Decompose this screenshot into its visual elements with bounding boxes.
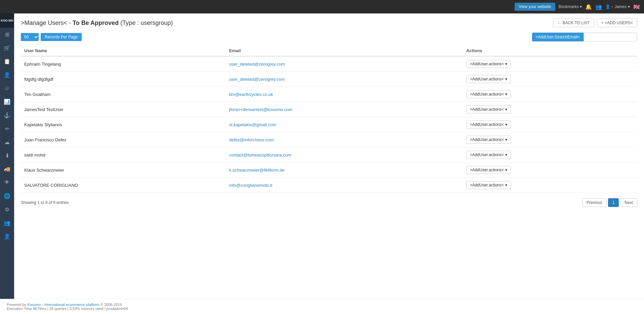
top-nav: View your website Bookmarks ▾ 🔔 👥 👤 ● Ja… — [0, 0, 644, 13]
sidebar-item-delivery[interactable]: 🚚 — [0, 162, 14, 176]
email-link[interactable]: user_deleted@zerogrey.com — [229, 77, 285, 82]
cell-actions: >AddUser.actions< ▾ — [463, 178, 637, 193]
table-row: JamesTest TestUserjforan+denvertest@kooo… — [21, 102, 637, 117]
sidebar-item-emoji[interactable]: ☺ — [0, 81, 14, 95]
cell-username: Juan Francisco Defez — [21, 132, 226, 147]
view-website-button[interactable]: View your website — [515, 3, 555, 11]
sidebar-item-person[interactable]: 👤 — [0, 230, 14, 243]
table-row: fdgdfg dfgdfgdfuser_deleted@zerogrey.com… — [21, 72, 637, 87]
emoji-icon: ☺ — [4, 85, 10, 91]
records-per-page-control: 50 25 100 Records Per Page — [21, 33, 82, 41]
sidebar-item-home[interactable]: ⊞ — [0, 28, 14, 41]
sidebar-item-users[interactable]: 👤 — [0, 68, 14, 81]
sidebar-item-download[interactable]: ⬇ — [0, 149, 14, 162]
email-link[interactable]: k.schwarzmeier@fit4form.de — [229, 168, 285, 173]
table-row: Kapelakis Stylianosst.kapelakis@gmail.co… — [21, 117, 637, 132]
sidebar-item-anchor[interactable]: ⚓ — [0, 108, 14, 122]
language-flag[interactable]: 🇬🇧 — [633, 4, 640, 10]
next-page-button[interactable]: Next — [620, 198, 637, 207]
user-profile-button[interactable]: 👤 ● James ▾ — [605, 4, 630, 9]
previous-page-button[interactable]: Previous — [582, 198, 607, 207]
add-users-button[interactable]: + >ADD USERS< — [597, 19, 637, 27]
page-1-button[interactable]: 1 — [608, 198, 619, 207]
actions-chevron-icon: ▾ — [505, 77, 507, 81]
page-header: >Manage Users< - To Be Approved (Type : … — [21, 19, 637, 27]
person-icon: 👤 — [4, 233, 10, 240]
actions-chevron-icon: ▾ — [505, 122, 507, 127]
actions-chevron-icon: ▾ — [505, 62, 507, 66]
cell-username: Tim Goatham — [21, 87, 226, 102]
sidebar: KOO MO ⊞ 🛒 📋 👤 ☺ 📊 ⚓ ✏ ☁ ⬇ 🚚 👁 🌐 ⚙ 👥 👤 — [0, 13, 14, 299]
sidebar-item-group[interactable]: 👥 — [0, 216, 14, 230]
actions-dropdown-button[interactable]: >AddUser.actions< ▾ — [466, 75, 511, 83]
sidebar-item-eye[interactable]: 👁 — [0, 176, 14, 189]
cell-username: Kapelakis Stylianos — [21, 117, 226, 132]
orders-icon: 📋 — [4, 58, 10, 65]
actions-dropdown-button[interactable]: >AddUser.actions< ▾ — [466, 151, 511, 159]
email-link[interactable]: jforan+denvertest@kooomo.com — [229, 107, 292, 112]
email-link[interactable]: user_deleted@zerogrey.com — [229, 62, 285, 67]
sidebar-item-shop[interactable]: 🛒 — [0, 41, 14, 55]
cell-email: contact@lumeacopillorsara.com — [226, 147, 463, 163]
sidebar-item-settings[interactable]: ⚙ — [0, 203, 14, 216]
anchor-icon: ⚓ — [4, 112, 10, 118]
search-email-input[interactable] — [583, 33, 637, 41]
footer: Powered by Kooomo - International ecomme… — [0, 299, 644, 314]
bookmarks-button[interactable]: Bookmarks ▾ — [559, 4, 582, 9]
email-link[interactable]: info@coriglianomoto.it — [229, 183, 273, 188]
table-row: Juan Francisco Defezdefez@inforchess.com… — [21, 132, 637, 147]
actions-dropdown-button[interactable]: >AddUser.actions< ▾ — [466, 105, 511, 113]
col-actions: Actions — [463, 45, 637, 56]
kooomo-link[interactable]: Kooomo - International ecommerce platfor… — [27, 303, 99, 307]
records-per-page-label: Records Per Page — [41, 33, 82, 41]
table-row: Tim Goathamtim@earthcycles.co.uk>AddUser… — [21, 87, 637, 102]
title-separator: - — [69, 20, 73, 26]
actions-chevron-icon: ▾ — [505, 168, 507, 172]
user-red-dot: ● — [612, 5, 613, 8]
email-link[interactable]: contact@lumeacopillorsara.com — [229, 152, 291, 158]
actions-dropdown-button[interactable]: >AddUser.actions< ▾ — [466, 181, 511, 189]
email-link[interactable]: defez@inforchess.com — [229, 137, 274, 142]
records-per-page-select[interactable]: 50 25 100 — [21, 33, 39, 41]
content-area: >Manage Users< - To Be Approved (Type : … — [14, 13, 644, 299]
cell-actions: >AddUser.actions< ▾ — [463, 87, 637, 102]
cell-username: SALVATORE CORIGLIANO — [21, 178, 226, 193]
sidebar-item-analytics[interactable]: 📊 — [0, 95, 14, 108]
delivery-icon: 🚚 — [4, 166, 10, 172]
pagination-bar: Showing 1 to 9 of 9 entries Previous 1 N… — [21, 198, 637, 207]
actions-dropdown-button[interactable]: >AddUser.actions< ▾ — [466, 120, 511, 129]
cell-username: Klaus Schwarzmeier — [21, 163, 226, 178]
actions-dropdown-button[interactable]: >AddUser.actions< ▾ — [466, 166, 511, 174]
sidebar-item-edit[interactable]: ✏ — [0, 122, 14, 135]
actions-dropdown-button[interactable]: >AddUser.actions< ▾ — [466, 136, 511, 144]
notifications-button[interactable]: 🔔 — [585, 4, 592, 10]
email-link[interactable]: st.kapelakis@gmail.com — [229, 122, 276, 127]
upload-icon: ☁ — [4, 139, 10, 145]
users-nav-button[interactable]: 👥 — [595, 4, 602, 10]
cell-actions: >AddUser.actions< ▾ — [463, 163, 637, 178]
title-bold: To Be Approved — [73, 20, 119, 26]
back-to-list-button[interactable]: ← BACK TO LIST — [553, 19, 594, 27]
cell-email: k.schwarzmeier@fit4form.de — [226, 163, 463, 178]
sidebar-logo[interactable]: KOO MO — [0, 13, 14, 28]
eye-icon: 👁 — [4, 179, 10, 185]
cell-actions: >AddUser.actions< ▾ — [463, 56, 637, 72]
search-email-control: >AddUser.SearchEmail< — [532, 33, 637, 41]
email-link[interactable]: tim@earthcycles.co.uk — [229, 92, 273, 97]
cell-email: defez@inforchess.com — [226, 132, 463, 147]
cell-username: saidi mohd — [21, 147, 226, 163]
cell-actions: >AddUser.actions< ▾ — [463, 132, 637, 147]
table-body: Ephraim Tlogelanguser_deleted@zerogrey.c… — [21, 56, 637, 193]
users-table: User Name Email Actions Ephraim Tlogelan… — [21, 45, 637, 193]
sidebar-item-upload[interactable]: ☁ — [0, 135, 14, 149]
user-chevron-icon: ▾ — [628, 4, 630, 9]
group-icon: 👥 — [4, 220, 10, 226]
sidebar-item-globe[interactable]: 🌐 — [0, 189, 14, 203]
toolbar: 50 25 100 Records Per Page >AddUser.Sear… — [21, 33, 637, 41]
actions-dropdown-button[interactable]: >AddUser.actions< ▾ — [466, 90, 511, 98]
title-prefix: >Manage Users< — [21, 20, 67, 26]
sidebar-item-orders[interactable]: 📋 — [0, 55, 14, 68]
cell-email: jforan+denvertest@kooomo.com — [226, 102, 463, 117]
actions-dropdown-button[interactable]: >AddUser.actions< ▾ — [466, 60, 511, 68]
cell-email: st.kapelakis@gmail.com — [226, 117, 463, 132]
